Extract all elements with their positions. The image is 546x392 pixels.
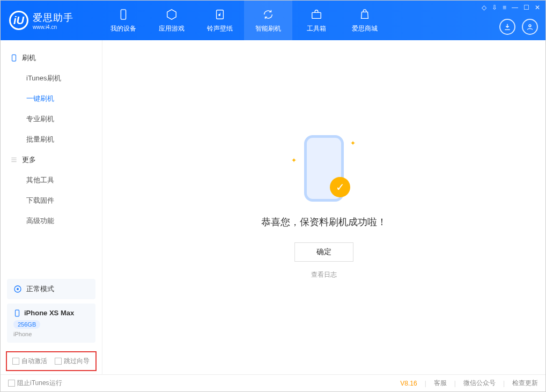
user-button[interactable] xyxy=(522,19,538,35)
checkbox-auto-activate[interactable]: 自动激活 xyxy=(12,357,47,366)
sidebar-item-itunes-flash[interactable]: iTunes刷机 xyxy=(1,68,102,88)
nav-store[interactable]: 爱思商城 xyxy=(341,1,389,40)
device-name: iPhone XS Max xyxy=(24,309,74,317)
sparkle-icon: ✦ xyxy=(350,139,356,147)
shirt-icon[interactable]: ◇ xyxy=(482,4,486,11)
mode-indicator[interactable]: 正常模式 xyxy=(7,279,95,299)
main-content: ✦ ✦ ✓ 恭喜您，保资料刷机成功啦！ 确定 查看日志 xyxy=(102,40,545,374)
svg-point-3 xyxy=(529,25,531,27)
close-icon[interactable]: ✕ xyxy=(535,4,540,11)
app-logo: iU 爱思助手 www.i4.cn xyxy=(1,11,99,30)
title-bar: iU 爱思助手 www.i4.cn 我的设备 应用游戏 铃声壁纸 智能刷机 工具… xyxy=(1,1,545,40)
nav-toolbox[interactable]: 工具箱 xyxy=(292,1,341,40)
footer-link-support[interactable]: 客服 xyxy=(434,379,447,388)
sidebar-item-download-firmware[interactable]: 下载固件 xyxy=(1,190,102,211)
device-type: iPhone xyxy=(13,331,89,337)
sidebar-item-pro-flash[interactable]: 专业刷机 xyxy=(1,109,102,129)
sidebar-item-batch-flash[interactable]: 批量刷机 xyxy=(1,129,102,150)
list-icon xyxy=(10,156,18,164)
nav-my-device[interactable]: 我的设备 xyxy=(99,1,147,40)
device-phone-icon xyxy=(13,309,21,317)
svg-rect-0 xyxy=(121,9,126,19)
sidebar-section-flash: 刷机 xyxy=(1,48,102,68)
status-bar: 阻止iTunes运行 V8.16 | 客服 | 微信公众号 | 检查更新 xyxy=(1,374,545,391)
app-name-cn: 爱思助手 xyxy=(33,11,73,24)
footer-link-update[interactable]: 检查更新 xyxy=(512,379,538,388)
checkbox-icon xyxy=(12,358,19,365)
sparkle-icon: ✦ xyxy=(291,157,297,164)
sidebar-item-other-tools[interactable]: 其他工具 xyxy=(1,170,102,190)
lock-icon[interactable]: ⇩ xyxy=(492,4,497,11)
sidebar-item-advanced[interactable]: 高级功能 xyxy=(1,211,102,231)
options-highlight: 自动激活 跳过向导 xyxy=(6,351,97,371)
sidebar: 刷机 iTunes刷机 一键刷机 专业刷机 批量刷机 更多 其他工具 下载固件 … xyxy=(1,40,102,374)
toolbox-icon xyxy=(310,8,323,21)
music-file-icon xyxy=(213,8,226,21)
svg-point-6 xyxy=(17,288,19,290)
storage-badge: 256GB xyxy=(13,320,40,329)
success-message: 恭喜您，保资料刷机成功啦！ xyxy=(261,216,387,228)
sidebar-section-more: 更多 xyxy=(1,150,102,170)
minimize-icon[interactable]: — xyxy=(512,4,518,11)
svg-rect-2 xyxy=(312,12,321,18)
menu-icon[interactable]: ≡ xyxy=(503,4,506,11)
bag-icon xyxy=(358,8,371,21)
checkbox-icon xyxy=(8,380,15,387)
svg-rect-4 xyxy=(12,55,16,61)
footer-link-wechat[interactable]: 微信公众号 xyxy=(463,379,496,388)
phone-icon xyxy=(10,54,18,62)
nav-ringtone-wallpaper[interactable]: 铃声壁纸 xyxy=(196,1,244,40)
mode-icon xyxy=(13,285,22,293)
device-icon xyxy=(117,8,130,21)
download-button[interactable] xyxy=(499,19,515,35)
maximize-icon[interactable]: ☐ xyxy=(523,4,529,11)
checkbox-icon xyxy=(55,358,62,365)
logo-icon: iU xyxy=(9,11,28,30)
nav-smart-flash[interactable]: 智能刷机 xyxy=(244,1,292,40)
device-info[interactable]: iPhone XS Max 256GB iPhone xyxy=(7,304,95,343)
header-right-buttons xyxy=(499,19,538,35)
checkbox-block-itunes[interactable]: 阻止iTunes运行 xyxy=(8,379,62,388)
svg-rect-7 xyxy=(16,310,19,316)
app-name-en: www.i4.cn xyxy=(33,24,73,30)
success-illustration: ✦ ✦ ✓ xyxy=(294,135,353,205)
nav-apps-games[interactable]: 应用游戏 xyxy=(147,1,196,40)
version-label: V8.16 xyxy=(400,380,417,387)
sync-icon xyxy=(262,8,275,21)
window-controls-top: ◇ ⇩ ≡ — ☐ ✕ xyxy=(482,4,540,11)
check-circle-icon: ✓ xyxy=(330,177,350,197)
main-nav: 我的设备 应用游戏 铃声壁纸 智能刷机 工具箱 爱思商城 xyxy=(99,1,389,40)
view-log-link[interactable]: 查看日志 xyxy=(311,270,337,279)
sidebar-item-oneclick-flash[interactable]: 一键刷机 xyxy=(1,88,102,109)
cube-icon xyxy=(165,8,178,21)
ok-button[interactable]: 确定 xyxy=(294,242,353,262)
checkbox-skip-guide[interactable]: 跳过向导 xyxy=(55,357,90,366)
